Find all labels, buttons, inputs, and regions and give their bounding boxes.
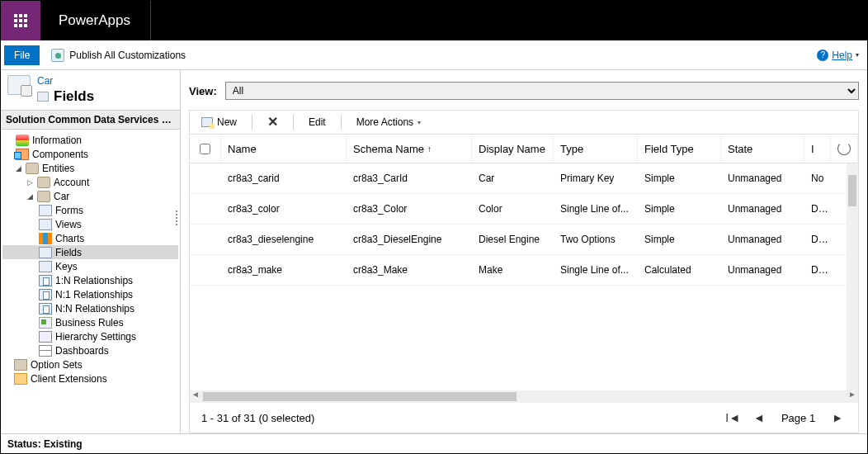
table-row[interactable]: cr8a3_caridcr8a3_CarIdCarPrimary KeySimp… [190, 163, 858, 194]
hierarchy-icon [39, 331, 52, 343]
pager: 1 - 31 of 31 (0 selected) I◄ ◄ Page 1 ► [190, 403, 858, 433]
select-all-checkbox[interactable] [200, 144, 210, 154]
entity-icon [37, 191, 50, 202]
tree-views[interactable]: Views [2, 217, 178, 231]
edit-button[interactable]: Edit [305, 115, 329, 130]
tree-charts[interactable]: Charts [2, 231, 178, 245]
tree-label: Business Rules [55, 317, 124, 329]
tree-car[interactable]: ◢ Car [2, 189, 178, 203]
tree-label: N:1 Relationships [55, 289, 133, 300]
refresh-button[interactable] [831, 135, 858, 163]
tree-label: N:N Relationships [55, 303, 134, 314]
tree-label: Forms [55, 205, 83, 216]
action-bar: File Publish All Customizations ? Help ▾ [1, 40, 867, 70]
cell-display: Diesel Engine [472, 225, 554, 254]
resize-handle[interactable] [173, 210, 180, 225]
tree-fields[interactable]: Fields [2, 245, 178, 259]
col-cust[interactable]: I [804, 135, 831, 163]
vertical-scrollbar[interactable] [847, 163, 858, 390]
col-fieldtype[interactable]: Field Type [638, 135, 721, 163]
components-icon [16, 149, 29, 160]
tree-information[interactable]: ▶ Information [2, 133, 178, 147]
help-icon: ? [817, 50, 828, 61]
tree-entities[interactable]: ◢ Entities [2, 161, 178, 175]
table-row[interactable]: cr8a3_makecr8a3_MakeMakeSingle Line of..… [190, 255, 858, 286]
cell-name: cr8a3_carid [221, 163, 347, 193]
tree-label: Views [55, 219, 82, 230]
tree-label: Account [54, 177, 89, 188]
help-link[interactable]: ? Help ▾ [817, 50, 859, 61]
tree-hierarchy[interactable]: Hierarchy Settings [2, 329, 178, 343]
relationship-icon [39, 303, 52, 314]
select-all-header[interactable] [190, 135, 221, 163]
tree-business-rules[interactable]: Business Rules [2, 315, 178, 329]
cell-name: cr8a3_dieselengine [221, 225, 347, 254]
cell-cust: Dis [804, 225, 831, 254]
sidebar: Car Fields Solution Common Data Services… [1, 70, 181, 433]
tree-nn-rel[interactable]: N:N Relationships [2, 301, 178, 315]
tree-label: Car [54, 191, 69, 202]
tree-dashboards[interactable]: Dashboards [2, 343, 178, 357]
view-label: View: [189, 85, 217, 97]
tree-client-extensions[interactable]: Client Extensions [2, 371, 178, 385]
tree-1n-rel[interactable]: 1:N Relationships [2, 273, 178, 287]
separator [293, 115, 294, 130]
help-label: Help [832, 50, 852, 61]
col-name[interactable]: Name [221, 135, 347, 163]
col-label: Schema Name [353, 143, 424, 155]
fields-icon [37, 92, 49, 102]
cell-name: cr8a3_make [221, 255, 347, 285]
tree-label: Information [32, 135, 82, 146]
collapse-icon[interactable]: ◢ [26, 192, 34, 201]
header-divider [150, 1, 151, 40]
entity-icon [37, 177, 50, 188]
cell-display: Color [472, 194, 554, 224]
separator [341, 115, 342, 130]
app-launcher[interactable] [1, 1, 40, 40]
col-type[interactable]: Type [554, 135, 638, 163]
tree-label: Fields [55, 247, 82, 258]
status-bar: Status: Existing [1, 433, 867, 453]
col-schema[interactable]: Schema Name↑ [347, 135, 472, 163]
next-page-button[interactable]: ► [828, 411, 847, 424]
cell-display: Make [472, 255, 554, 285]
first-page-button[interactable]: I◄ [722, 411, 743, 424]
toolbar: New ✕ Edit More Actions ▾ [189, 110, 859, 135]
more-actions-button[interactable]: More Actions ▾ [353, 115, 424, 130]
view-select[interactable]: All [225, 82, 859, 100]
horizontal-scrollbar[interactable] [190, 390, 858, 403]
tree-label: Hierarchy Settings [55, 331, 136, 343]
entity-icon [26, 163, 39, 174]
new-button[interactable]: New [198, 115, 240, 130]
table-row[interactable]: cr8a3_colorcr8a3_ColorColorSingle Line o… [190, 194, 858, 225]
expand-icon[interactable]: ▷ [26, 178, 34, 187]
file-button[interactable]: File [4, 45, 40, 65]
content-area: View: All New ✕ Edit More Actions ▾ [181, 70, 867, 433]
relationship-icon [39, 289, 52, 300]
breadcrumb-entity[interactable]: Car [37, 75, 94, 87]
field-icon [39, 247, 52, 258]
cell-schema: cr8a3_CarId [347, 163, 472, 193]
tree-forms[interactable]: Forms [2, 203, 178, 217]
col-display[interactable]: Display Name [472, 135, 554, 163]
tree-label: Client Extensions [31, 373, 107, 385]
form-icon [39, 205, 52, 216]
table-row[interactable]: cr8a3_dieselenginecr8a3_DieselEngineDies… [190, 225, 858, 255]
relationship-icon [39, 275, 52, 286]
view-icon [39, 219, 52, 230]
prev-page-button[interactable]: ◄ [750, 411, 768, 424]
pager-status: 1 - 31 of 31 (0 selected) [201, 412, 314, 424]
cell-fieldtype: Simple [638, 163, 721, 193]
cell-state: Unmanaged [721, 194, 804, 224]
delete-button[interactable]: ✕ [264, 114, 281, 130]
tree-n1-rel[interactable]: N:1 Relationships [2, 287, 178, 301]
publish-button[interactable]: Publish All Customizations [51, 49, 186, 62]
tree-keys[interactable]: Keys [2, 259, 178, 273]
collapse-icon[interactable]: ◢ [14, 164, 22, 173]
col-state[interactable]: State [721, 135, 804, 163]
tree-components[interactable]: ▶ Components [2, 147, 178, 161]
tree-account[interactable]: ▷ Account [2, 175, 178, 189]
breadcrumb: Car Fields [1, 70, 180, 110]
tree-option-sets[interactable]: Option Sets [2, 357, 178, 371]
new-label: New [217, 116, 237, 128]
